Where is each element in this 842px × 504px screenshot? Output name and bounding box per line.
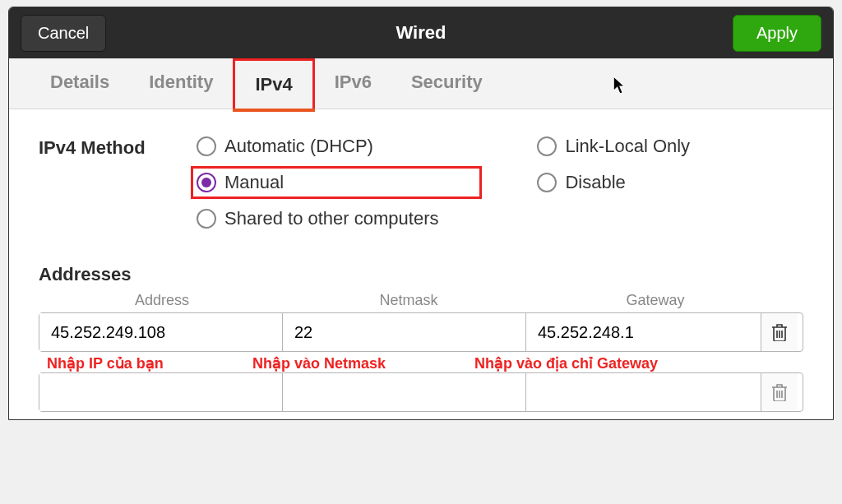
annotation-gateway: Nhập vào địa chỉ Gateway	[474, 354, 762, 372]
address-row	[39, 312, 803, 352]
radio-label: Manual	[224, 172, 284, 193]
annotation-row: Nhập IP của bạn Nhập vào Netmask Nhập và…	[39, 354, 803, 372]
ipv4-method-label: IPv4 Method	[39, 136, 197, 159]
address-rows: Nhập IP của bạn Nhập vào Netmask Nhập và…	[39, 312, 803, 412]
annotation-ip: Nhập IP của bạn	[39, 354, 252, 372]
trash-icon	[771, 383, 788, 401]
address-row	[39, 372, 803, 412]
netmask-input[interactable]	[283, 373, 526, 411]
window-title: Wired	[396, 22, 446, 44]
radio-label: Shared to other computers	[224, 208, 438, 229]
radio-icon	[197, 136, 216, 156]
address-input[interactable]	[39, 373, 283, 411]
radio-manual[interactable]: Manual	[191, 166, 482, 199]
radio-label: Link-Local Only	[565, 136, 690, 157]
cursor-icon	[613, 76, 628, 95]
radio-icon	[197, 173, 216, 192]
delete-row-button[interactable]	[761, 313, 798, 351]
radio-disable[interactable]: Disable	[537, 172, 690, 193]
addresses-heading: Addresses	[39, 264, 803, 285]
tab-security[interactable]: Security	[391, 58, 502, 109]
gateway-input[interactable]	[526, 313, 761, 351]
delete-row-button[interactable]	[761, 373, 798, 411]
ipv4-method-section: IPv4 Method Automatic (DHCP) Manual Shar…	[39, 136, 803, 229]
address-column-headers: Address Netmask Gateway	[39, 292, 803, 309]
radio-automatic-dhcp[interactable]: Automatic (DHCP)	[197, 136, 438, 157]
tab-content: IPv4 Method Automatic (DHCP) Manual Shar…	[9, 109, 833, 419]
radio-link-local[interactable]: Link-Local Only	[537, 136, 690, 157]
titlebar: Cancel Wired Apply	[9, 7, 833, 58]
header-netmask: Netmask	[285, 292, 532, 309]
header-gateway: Gateway	[532, 292, 779, 309]
gateway-input[interactable]	[526, 373, 761, 411]
apply-button[interactable]: Apply	[733, 15, 821, 52]
radio-shared[interactable]: Shared to other computers	[197, 208, 438, 229]
annotation-netmask: Nhập vào Netmask	[252, 354, 474, 372]
radio-label: Automatic (DHCP)	[224, 136, 373, 157]
radio-icon	[537, 136, 557, 156]
header-address: Address	[39, 292, 285, 309]
radio-label: Disable	[565, 172, 625, 193]
tab-identity[interactable]: Identity	[129, 58, 233, 109]
address-input[interactable]	[39, 313, 283, 351]
cancel-button[interactable]: Cancel	[21, 15, 106, 52]
method-options: Automatic (DHCP) Manual Shared to other …	[197, 136, 690, 229]
netmask-input[interactable]	[283, 313, 526, 351]
trash-icon	[771, 323, 788, 341]
settings-dialog: Cancel Wired Apply Details Identity IPv4…	[8, 7, 834, 420]
tab-details[interactable]: Details	[30, 58, 129, 109]
tab-ipv6[interactable]: IPv6	[315, 58, 391, 109]
tab-ipv4[interactable]: IPv4	[233, 58, 314, 109]
radio-icon	[537, 173, 557, 192]
radio-icon	[197, 209, 216, 229]
tab-bar: Details Identity IPv4 IPv6 Security	[9, 58, 833, 109]
